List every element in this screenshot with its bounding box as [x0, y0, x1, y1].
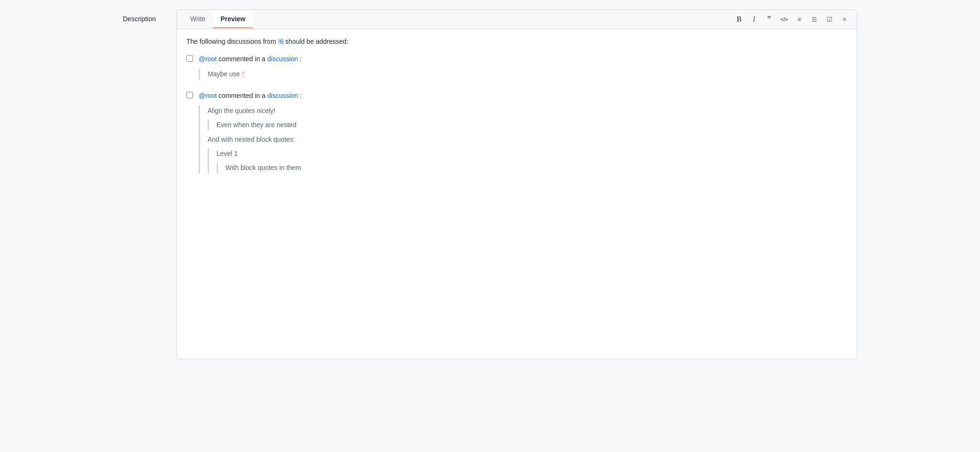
tabs: Write Preview — [183, 10, 253, 28]
italic-icon[interactable]: I — [747, 13, 761, 26]
discussion-item-2: @root commented in a discussion : Align … — [186, 91, 847, 173]
meta-suffix-1: : — [300, 55, 302, 63]
tab-write[interactable]: Write — [183, 10, 213, 28]
meta-text-1: commented in a — [218, 55, 267, 63]
blockquote-2-inner-1: Even when they are nested — [208, 120, 847, 130]
description-label: Description — [123, 9, 165, 23]
discussion-meta-1: @root commented in a discussion : — [199, 54, 847, 64]
user-link-1[interactable]: @root — [199, 55, 217, 63]
blockquote-text-1: Maybe use ' — [208, 69, 847, 80]
level1-text: Level 1 — [217, 148, 847, 159]
discussion-item-1: @root commented in a discussion : Maybe … — [186, 54, 847, 80]
unordered-list-icon[interactable]: ≡ — [793, 13, 806, 26]
nested-text-1: Even when they are nested — [217, 120, 847, 130]
toolbar: B I ” </> ≡ ☰ ☑ × — [732, 10, 851, 29]
and-with-text: And with nested block quotes: — [208, 134, 847, 145]
highlighted-quote: ' — [241, 71, 244, 78]
discussion-link-1[interactable]: discussion — [267, 55, 298, 63]
checkbox-2-wrapper — [186, 92, 193, 100]
discussion-content-2: @root commented in a discussion : Align … — [199, 91, 847, 173]
discussion-link-2[interactable]: discussion — [267, 92, 298, 99]
intro-suffix: should be addressed: — [283, 38, 348, 45]
intro-text: The following discussions from !6 should… — [186, 37, 847, 47]
tab-preview[interactable]: Preview — [213, 10, 253, 28]
quote-icon[interactable]: ” — [763, 13, 776, 26]
user-link-2[interactable]: @root — [199, 92, 217, 99]
blockquote-2-inner-3: With block quotes in them — [217, 162, 847, 173]
editor-header: Write Preview B I ” </> ≡ ☰ ☑ × — [177, 10, 857, 29]
bold-icon[interactable]: B — [732, 13, 746, 26]
blockquote-2-inner-2: Level 1 With block quotes in them — [208, 148, 847, 173]
discussion-content-1: @root commented in a discussion : Maybe … — [199, 54, 847, 80]
editor-body: The following discussions from !6 should… — [177, 29, 857, 359]
close-icon[interactable]: × — [838, 13, 851, 26]
code-icon[interactable]: </> — [778, 13, 791, 26]
task-list-icon[interactable]: ☑ — [823, 13, 836, 26]
meta-text-2: commented in a — [218, 92, 267, 99]
maybe-use-text: Maybe use — [208, 70, 241, 78]
meta-suffix-2: : — [300, 92, 302, 99]
editor-container: Write Preview B I ” </> ≡ ☰ ☑ × The foll… — [177, 9, 857, 359]
checkbox-2[interactable] — [186, 92, 193, 98]
mr-link[interactable]: !6 — [278, 38, 284, 45]
discussion-meta-2: @root commented in a discussion : — [199, 91, 847, 101]
ordered-list-icon[interactable]: ☰ — [808, 13, 821, 26]
checkbox-1-wrapper — [186, 55, 193, 64]
align-text: Align the quotes nicely! — [208, 105, 847, 116]
blockquote-1: Maybe use ' — [199, 69, 847, 80]
with-block-quotes-text: With block quotes in them — [225, 162, 847, 173]
checkbox-1[interactable] — [186, 55, 193, 62]
intro-prefix: The following discussions from — [186, 38, 278, 45]
blockquote-2: Align the quotes nicely! Even when they … — [199, 105, 847, 173]
